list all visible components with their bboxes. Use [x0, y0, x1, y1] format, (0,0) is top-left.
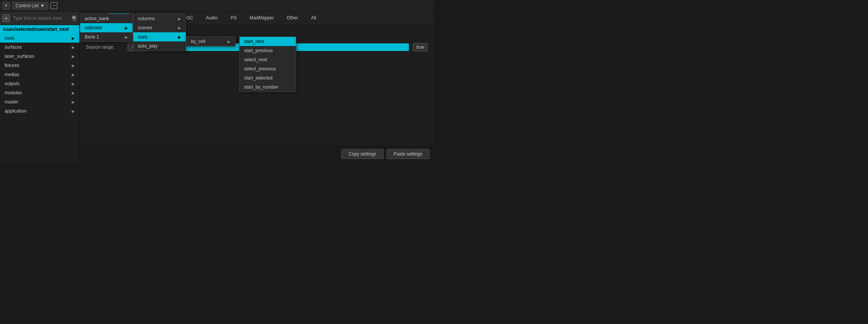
dropdown-item-label: cues [138, 34, 147, 40]
submenu-item-label: start_next [244, 39, 264, 44]
submenu-item-start-selected[interactable]: start_selected [240, 73, 296, 83]
left-panel: + 🔍 /cues/selected/cues/start_next cues … [0, 11, 80, 162]
sidebar-item-label: master [5, 99, 19, 105]
dropdown-layer-3: by_cell ▶ [186, 37, 235, 46]
sidebar-item-label: surfaces [5, 44, 22, 50]
tab-audio[interactable]: Audio [200, 13, 223, 22]
submenu-item-label: start_selected [244, 75, 273, 81]
dropdown-item-label: by_cell [191, 39, 205, 44]
submenu-item-label: start_previous [244, 48, 273, 53]
sidebar-item-label: fixtures [5, 63, 19, 68]
dropdown-item-columns[interactable]: columns ▶ [133, 14, 186, 23]
sidebar-item-medias[interactable]: medias ▶ [0, 70, 79, 79]
sidebar-item-cues[interactable]: cues ▶ [0, 33, 79, 43]
submenu-item-select-next[interactable]: select_next [240, 55, 296, 64]
tab-all[interactable]: All [305, 13, 322, 22]
sidebar-item-modules[interactable]: modules ▶ [0, 88, 79, 97]
tab-ps[interactable]: PS [225, 13, 242, 22]
arrow-icon: ▶ [125, 35, 128, 39]
submenu-item-start-previous[interactable]: start_previous [240, 46, 296, 55]
path-bar: /cues/selected/cues/start_next [0, 25, 79, 33]
sidebar-item-application[interactable]: application ▶ [0, 106, 79, 116]
sidebar-item-master[interactable]: master ▶ [0, 97, 79, 106]
dropdown-item-scenes[interactable]: scenes ▶ [133, 23, 186, 32]
main-layout: + 🔍 /cues/selected/cues/start_next cues … [0, 11, 434, 162]
bottom-bar: Copy settings Paste settings [80, 146, 434, 162]
submenu-item-start-next[interactable]: start_next [240, 37, 296, 46]
control-list-button[interactable]: Control List ▼ [12, 2, 48, 10]
dropdown-item-bank1[interactable]: Bank-1 ▶ [80, 32, 133, 41]
sidebar-item-outputs[interactable]: outputs ▶ [0, 79, 79, 88]
dropdown-item-label: active_bank [85, 16, 109, 21]
control-list-label: Control List [16, 3, 39, 8]
paste-settings-button[interactable]: Paste settings [387, 149, 429, 159]
sidebar-item-label: application [5, 108, 26, 114]
top-bar: ▼ Control List ▼ ↗ [0, 0, 434, 11]
dropdown-item-active-bank[interactable]: active_bank [80, 14, 133, 23]
arrow-icon: ▶ [178, 35, 181, 39]
dropdown-item-label: selected [85, 25, 102, 30]
submenu-item-label: select_previous [244, 66, 276, 71]
tab-madmapper[interactable]: MadMapper [244, 13, 279, 22]
dropdown-item-by-cell[interactable]: by_cell ▶ [186, 37, 235, 46]
arrow-icon: ▶ [178, 26, 181, 30]
arrow-icon: ▶ [72, 36, 75, 40]
search-icon[interactable]: 🔍 [71, 15, 77, 22]
external-link-icon[interactable]: ↗ [51, 2, 57, 9]
dropdown-item-label: Bank-1 [85, 34, 99, 40]
copy-settings-button[interactable]: Copy settings [341, 149, 383, 159]
arrow-icon: ▶ [72, 109, 75, 113]
arrow-icon: ▶ [72, 82, 75, 86]
submenu-item-select-previous[interactable]: select_previous [240, 64, 296, 73]
sidebar-item-label: laser_surfaces [5, 54, 34, 59]
path-text: /cues/selected/cues/start_next [3, 27, 69, 32]
arrow-icon: ▶ [178, 17, 181, 21]
arrow-icon: ▶ [72, 100, 75, 104]
source-range-label: Source range: [86, 44, 124, 50]
arrow-icon: ▶ [227, 40, 230, 44]
dropdown-item-label: columns [138, 16, 155, 21]
chevron-down-icon: ▼ [40, 3, 45, 8]
sidebar-item-surfaces[interactable]: surfaces ▶ [0, 43, 79, 52]
dropdown-item-label: scenes [138, 25, 152, 30]
tab-other[interactable]: Other [281, 13, 304, 22]
sidebar-item-label: medias [5, 72, 19, 77]
dropdown-item-cues[interactable]: cues ▶ [133, 32, 186, 41]
arrow-icon: ▶ [72, 54, 75, 59]
arrow-icon: ▶ [72, 91, 75, 95]
submenu-item-label: select_next [244, 57, 267, 62]
sidebar-item-laser-surfaces[interactable]: laser_surfaces ▶ [0, 52, 79, 61]
dropdown-item-auto-play[interactable]: auto_play [133, 41, 186, 51]
arrow-icon: ▶ [72, 45, 75, 49]
dropdown-item-label: auto_play [138, 43, 158, 49]
sidebar-item-label: cues [5, 35, 14, 41]
submenu-item-start-by-number[interactable]: start_by_number [240, 83, 296, 92]
search-bar: + 🔍 [0, 11, 79, 25]
arrow-icon: ▶ [72, 73, 75, 77]
sidebar-item-label: modules [5, 90, 22, 95]
add-button[interactable]: + [2, 14, 10, 22]
cues-submenu: start_next start_previous select_next se… [239, 37, 296, 92]
dropdown-layer-1: active_bank selected ▶ Bank-1 ▶ [80, 14, 133, 42]
sidebar-item-label: outputs [5, 81, 19, 86]
dropdown-layer-2: columns ▶ scenes ▶ cues ▶ auto_play [133, 14, 186, 51]
dropdown-item-selected[interactable]: selected ▶ [80, 23, 133, 32]
arrow-icon: ▶ [125, 26, 128, 30]
arrow-icon: ▶ [72, 64, 75, 68]
nav-list: cues ▶ surfaces ▶ laser_surfaces ▶ fixtu… [0, 33, 79, 162]
dropdown-arrow-btn[interactable]: ▼ [2, 2, 10, 10]
source-range-true-value: true [413, 43, 428, 51]
sidebar-item-fixtures[interactable]: fixtures ▶ [0, 61, 79, 70]
search-input[interactable] [13, 16, 70, 21]
submenu-item-label: start_by_number [244, 84, 278, 90]
